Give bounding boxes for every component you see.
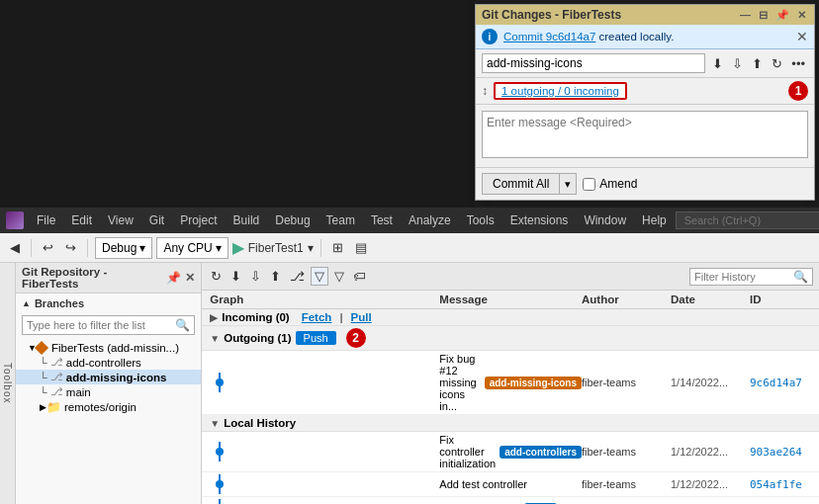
graph-push-btn[interactable]: ⬆ — [267, 268, 284, 285]
pull-link[interactable]: Pull — [351, 311, 372, 323]
minimize-icon[interactable]: — — [738, 9, 753, 22]
tag-add-missing-icons: add-missing-icons — [485, 377, 582, 389]
graph-fetch-btn[interactable]: ⬇ — [228, 268, 244, 285]
notification-close-icon[interactable]: ✕ — [796, 29, 808, 44]
graph-cell-1 — [202, 373, 439, 392]
sync-icon[interactable]: ↻ — [769, 55, 785, 72]
filter-search-icon[interactable]: 🔍 — [171, 316, 194, 334]
git-changes-panel: Git Changes - FiberTests — ⊟ 📌 ✕ i Commi… — [475, 4, 815, 201]
tree-item-fibertests[interactable]: ▼ FiberTests (add-missin...) — [16, 341, 201, 355]
sync-row: ↕ 1 outgoing / 0 incoming 1 — [476, 78, 814, 105]
date-cell-3: 1/12/2022... — [671, 478, 750, 490]
col-header-author: Author — [582, 294, 671, 305]
fetch-icon[interactable]: ⬇ — [709, 55, 726, 72]
commit-message-input[interactable] — [482, 111, 808, 158]
menu-build[interactable]: Build — [227, 211, 267, 229]
platform-dropdown[interactable]: Any CPU ▾ — [156, 237, 228, 259]
vs-logo-icon — [6, 211, 24, 229]
graph-tag-btn[interactable]: 🏷 — [350, 268, 369, 285]
svg-point-1 — [216, 378, 224, 386]
fetch-link[interactable]: Fetch — [302, 311, 332, 323]
repo-icon — [35, 341, 48, 355]
git-repo-title: Git Repository - FiberTests — [22, 266, 166, 290]
incoming-expand-icon[interactable]: ▶ — [210, 312, 218, 323]
tb-back-btn[interactable]: ◀ — [6, 238, 24, 257]
play-icon: ▶ — [232, 238, 244, 257]
amend-checkbox[interactable] — [583, 178, 595, 191]
commit-link[interactable]: Commit 9c6d14a7 — [503, 31, 595, 42]
local-history-section-row: ▼ Local History — [202, 415, 819, 432]
more-icon[interactable]: ••• — [788, 55, 808, 72]
tb-separator-3 — [320, 239, 321, 257]
graph-data-row-2: Add test controller fiber-teams 1/12/202… — [202, 472, 819, 497]
menu-debug[interactable]: Debug — [268, 211, 317, 229]
menu-extensions[interactable]: Extensions — [503, 211, 576, 229]
graph-rows: ▶ Incoming (0) Fetch | Pull ▼ Outgoing (… — [202, 309, 819, 504]
tree-label-add-controllers: add-controllers — [66, 357, 141, 369]
main-toolbar: ◀ ↩ ↪ Debug ▾ Any CPU ▾ ▶ FiberTest1 ▾ ⊞… — [0, 233, 819, 263]
run-button[interactable]: ▶ FiberTest1 ▾ — [232, 238, 314, 257]
menu-tools[interactable]: Tools — [460, 211, 501, 229]
menu-help[interactable]: Help — [635, 211, 674, 229]
graph-cell-4 — [202, 499, 439, 504]
tb-separator-2 — [87, 239, 88, 257]
graph-filter-input[interactable] — [694, 271, 793, 283]
run-dropdown-icon: ▾ — [308, 241, 314, 255]
branches-header: ▲ Branches — [16, 294, 201, 313]
close-icon[interactable]: ✕ — [795, 9, 808, 22]
graph-toolbar: ↻ ⬇ ⇩ ⬆ ⎇ ▽ ▽ 🏷 🔍 — [202, 263, 819, 291]
menu-search-input[interactable] — [676, 211, 819, 229]
id-cell-3: 054af1fe — [750, 478, 819, 491]
dock-icon[interactable]: ⊟ — [757, 9, 770, 22]
menu-file[interactable]: File — [30, 211, 62, 229]
branch-filter-input[interactable] — [23, 317, 171, 333]
date-cell-1: 1/14/2022... — [671, 377, 750, 388]
close-icon[interactable]: ✕ — [185, 271, 195, 285]
tree-item-add-missing-icons[interactable]: └ ⎇ add-missing-icons — [16, 370, 201, 384]
graph-pull-btn[interactable]: ⇩ — [247, 268, 264, 285]
push-button[interactable]: Push — [296, 331, 336, 345]
col-header-graph: Graph — [202, 294, 439, 305]
branch-select[interactable]: add-missing-icons — [482, 53, 705, 73]
local-history-expand-icon[interactable]: ▼ — [210, 418, 220, 429]
graph-branch-btn[interactable]: ⎇ — [287, 268, 308, 285]
menu-git[interactable]: Git — [142, 211, 171, 229]
tree-item-remotes-origin[interactable]: ▶ 📁 remotes/origin — [16, 399, 201, 415]
menu-analyze[interactable]: Analyze — [402, 211, 458, 229]
expand-icon-remotes: ▶ — [40, 402, 46, 412]
commit-all-button[interactable]: Commit All — [483, 174, 560, 194]
outgoing-expand-icon[interactable]: ▼ — [210, 333, 220, 344]
ide-area: File Edit View Git Project Build Debug T… — [0, 208, 819, 504]
graph-filter-search-icon[interactable]: 🔍 — [793, 270, 808, 284]
pin-icon[interactable]: 📌 — [774, 9, 791, 22]
run-target-label: FiberTest1 — [248, 241, 304, 255]
menu-project[interactable]: Project — [173, 211, 224, 229]
incoming-label: Incoming (0) — [222, 311, 289, 323]
menu-window[interactable]: Window — [577, 211, 633, 229]
tb-extra-btn2[interactable]: ▤ — [351, 238, 371, 257]
push-icon[interactable]: ⬆ — [749, 55, 766, 72]
tb-redo-btn[interactable]: ↪ — [61, 238, 80, 257]
menu-team[interactable]: Team — [319, 211, 362, 229]
tb-separator-1 — [31, 239, 32, 257]
graph-refresh-btn[interactable]: ↻ — [208, 268, 225, 285]
branch-row: add-missing-icons ⬇ ⇩ ⬆ ↻ ••• — [476, 49, 814, 78]
graph-filter-btn[interactable]: ▽ — [311, 267, 328, 286]
menu-view[interactable]: View — [101, 211, 140, 229]
branch-line-icon3: └ — [40, 386, 47, 398]
menu-test[interactable]: Test — [364, 211, 400, 229]
commit-dropdown-arrow[interactable]: ▾ — [560, 174, 576, 194]
tb-undo-btn[interactable]: ↩ — [39, 238, 57, 257]
debug-dropdown-icon: ▾ — [139, 241, 145, 255]
pull-icon[interactable]: ⇩ — [729, 55, 746, 72]
tb-extra-btn[interactable]: ⊞ — [328, 238, 347, 257]
debug-dropdown[interactable]: Debug ▾ — [95, 237, 152, 259]
toolbox-strip[interactable]: Toolbox — [0, 263, 16, 504]
col-header-message: Message — [439, 294, 582, 305]
tree-item-main[interactable]: └ ⎇ main — [16, 384, 201, 399]
tree-item-add-controllers[interactable]: └ ⎇ add-controllers — [16, 355, 201, 370]
outgoing-link[interactable]: 1 outgoing / 0 incoming — [494, 82, 627, 100]
menu-edit[interactable]: Edit — [64, 211, 99, 229]
graph-filter-btn2[interactable]: ▽ — [331, 268, 347, 285]
pin-icon[interactable]: 📌 — [166, 271, 181, 285]
